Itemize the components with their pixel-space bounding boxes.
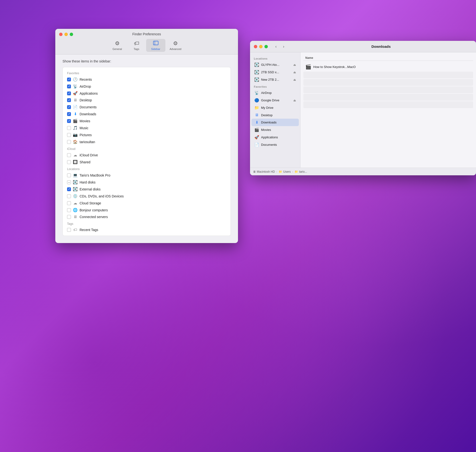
checkbox-documents[interactable] xyxy=(67,105,71,109)
placeholder-row xyxy=(303,94,473,101)
checkbox-externaldisks[interactable] xyxy=(67,187,71,191)
list-item[interactable]: ☁ iCloud Drive xyxy=(63,152,231,159)
finder-downloads-label: Downloads xyxy=(261,120,296,124)
sidebar-item-mydrive[interactable]: 📁 My Drive xyxy=(252,104,299,112)
list-item[interactable]: 🏷 Recent Tags xyxy=(63,226,231,233)
checkbox-movies[interactable] xyxy=(67,119,71,123)
traffic-lights xyxy=(59,33,73,36)
macbook-icon: 💻 xyxy=(73,173,78,178)
sidebar-item-googledrive[interactable]: 🔵 Google Drive ⏏ xyxy=(252,97,299,104)
list-item[interactable]: ⬇ Downloads xyxy=(63,111,231,117)
list-item[interactable]: 💻 Tario's MacBook Pro xyxy=(63,172,231,179)
sidebar-item-ssd2tb[interactable]: 💽 2TB SSD x... ⏏ xyxy=(252,68,299,76)
breadcrumb-users: 📁 Users xyxy=(279,170,291,173)
recent-tags-icon: 🏷 xyxy=(73,228,78,232)
finder-close-button[interactable] xyxy=(254,45,257,48)
tab-advanced[interactable]: ⚙ Advanced xyxy=(165,39,186,52)
checkbox-tariosultan[interactable] xyxy=(67,140,71,144)
checkbox-applications[interactable] xyxy=(67,92,71,95)
checkbox-shared[interactable] xyxy=(67,160,71,164)
checkbox-harddisks[interactable] xyxy=(67,180,71,184)
harddisks-label: Hard disks xyxy=(80,180,95,184)
list-item[interactable]: 🖥 Connected servers xyxy=(63,213,231,220)
finder-preferences-window: Finder Preferences ⚙ General 🏷 Tags Side… xyxy=(55,29,238,243)
prefs-subtitle: Show these items in the sidebar: xyxy=(62,59,231,63)
breadcrumb-tario-label: tario... xyxy=(299,170,307,173)
checkbox-downloads[interactable] xyxy=(67,112,71,116)
checkbox-bonjour[interactable] xyxy=(67,208,71,212)
list-item[interactable]: 🏠 tariosultan xyxy=(63,138,231,145)
minimize-button[interactable] xyxy=(64,33,68,36)
maximize-button[interactable] xyxy=(70,33,73,36)
list-item[interactable]: 🎬 Movies xyxy=(63,117,231,124)
checkbox-desktop[interactable] xyxy=(67,98,71,102)
file-icon: 🎬 xyxy=(305,64,311,70)
sidebar-item-new2tb[interactable]: 💽 New 2TB 2... ⏏ xyxy=(252,76,299,83)
toolbar-tabs: ⚙ General 🏷 Tags Sidebar ⚙ Advanced xyxy=(108,39,186,52)
downloads-label: Downloads xyxy=(80,112,96,116)
checkbox-music[interactable] xyxy=(67,126,71,130)
section-locations-header: Locations xyxy=(63,166,231,172)
tab-tags[interactable]: 🏷 Tags xyxy=(127,39,146,52)
checkbox-icloud-drive[interactable] xyxy=(67,153,71,157)
finder-downloads-icon: ⬇ xyxy=(254,120,259,125)
pictures-label: Pictures xyxy=(80,133,92,137)
finder-gdrive-icon: 🔵 xyxy=(254,98,259,103)
shared-label: Shared xyxy=(80,160,90,164)
finder-locations-header: Locations xyxy=(250,55,300,61)
cloudstorage-label: Cloud Storage xyxy=(80,201,101,205)
section-icloud-header: iCloud xyxy=(63,145,231,152)
cloudstorage-icon: ☁ xyxy=(73,201,78,205)
finder-body: Locations 💽 GLYPH Ato... ⏏ 💽 2TB SSD x..… xyxy=(250,52,476,168)
ssd2tb-eject-icon[interactable]: ⏏ xyxy=(293,71,296,74)
list-item[interactable]: 💽 Hard disks xyxy=(63,179,231,186)
documents-label: Documents xyxy=(80,105,97,109)
list-item[interactable]: 🚀 Applications xyxy=(63,90,231,97)
sidebar-item-desktop[interactable]: 🖥 Desktop xyxy=(252,112,299,119)
checkbox-cloudstorage[interactable] xyxy=(67,201,71,205)
file-item[interactable]: 🎬 How to Show Keystrok...MacO xyxy=(303,63,473,71)
sidebar-item-documents[interactable]: 📄 Documents xyxy=(252,141,299,148)
list-item[interactable]: 📡 AirDrop xyxy=(63,83,231,90)
list-item[interactable]: 💿 CDs, DVDs, and iOS Devices xyxy=(63,193,231,199)
sidebar-item-applications[interactable]: 🚀 Applications xyxy=(252,133,299,141)
list-item[interactable]: 🌐 Bonjour computers xyxy=(63,206,231,213)
glyph-eject-icon[interactable]: ⏏ xyxy=(293,63,296,66)
downloads-icon: ⬇ xyxy=(73,112,78,116)
finder-maximize-button[interactable] xyxy=(265,45,268,48)
checkbox-servers[interactable] xyxy=(67,215,71,219)
sidebar-item-glyph[interactable]: 💽 GLYPH Ato... ⏏ xyxy=(252,61,299,68)
sidebar-item-movies[interactable]: 🎬 Movies xyxy=(252,126,299,133)
list-item[interactable]: 🔲 Shared xyxy=(63,159,231,166)
checkbox-airdrop[interactable] xyxy=(67,85,71,88)
list-item[interactable]: ☁ Cloud Storage xyxy=(63,199,231,206)
list-item[interactable]: 🖥 Desktop xyxy=(63,97,231,104)
tab-sidebar[interactable]: Sidebar xyxy=(146,39,165,52)
new2tb-eject-icon[interactable]: ⏏ xyxy=(293,78,296,81)
checkbox-macbook[interactable] xyxy=(67,173,71,177)
gdrive-eject-icon[interactable]: ⏏ xyxy=(293,99,296,102)
close-button[interactable] xyxy=(59,33,62,36)
placeholder-row xyxy=(303,72,473,78)
list-item[interactable]: 📄 Documents xyxy=(63,104,231,111)
list-item[interactable]: 📷 Pictures xyxy=(63,131,231,138)
checkbox-cds[interactable] xyxy=(67,194,71,198)
forward-button[interactable]: › xyxy=(280,43,287,50)
tab-general[interactable]: ⚙ General xyxy=(108,39,127,52)
home-icon: 🏠 xyxy=(73,140,78,144)
finder-sidebar: Locations 💽 GLYPH Ato... ⏏ 💽 2TB SSD x..… xyxy=(250,52,300,168)
back-button[interactable]: ‹ xyxy=(273,43,279,50)
finder-minimize-button[interactable] xyxy=(259,45,263,48)
list-item[interactable]: 🕐 Recents xyxy=(63,76,231,83)
breadcrumb-hdd: 🖥 Macintosh HD xyxy=(253,170,275,173)
checkbox-recents[interactable] xyxy=(67,78,71,81)
finder-movies-icon: 🎬 xyxy=(254,127,259,132)
breadcrumb-hdd-label: Macintosh HD xyxy=(257,170,275,173)
list-item[interactable]: 🎵 Music xyxy=(63,124,231,131)
externaldisks-label: External disks xyxy=(80,187,101,191)
sidebar-item-airdrop[interactable]: 📡 AirDrop xyxy=(252,89,299,97)
list-item[interactable]: 💽 External disks xyxy=(63,186,231,193)
checkbox-pictures[interactable] xyxy=(67,133,71,137)
checkbox-recent-tags[interactable] xyxy=(67,228,71,232)
sidebar-item-downloads[interactable]: ⬇ Downloads xyxy=(252,119,299,126)
